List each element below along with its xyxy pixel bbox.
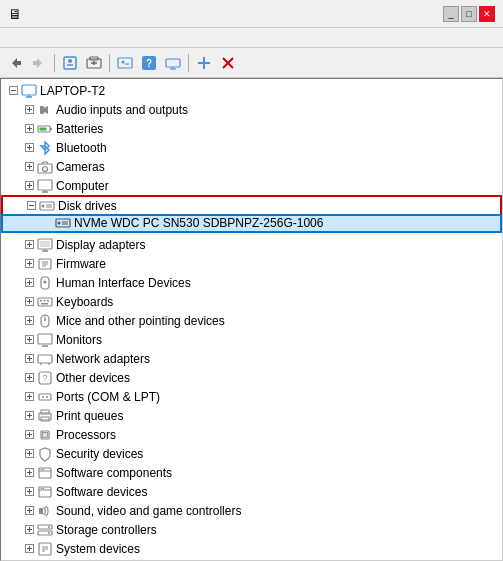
menu-action[interactable] — [20, 36, 36, 40]
tree-item-nvme[interactable]: NVMe WDC PC SN530 SDBPNPZ-256G-1006 — [1, 214, 502, 233]
scan-button[interactable] — [114, 52, 136, 74]
computer-small-icon — [37, 178, 53, 194]
tree-item-cameras[interactable]: Cameras — [1, 157, 502, 176]
expand-btn-processors[interactable] — [21, 427, 37, 443]
battery-icon — [37, 121, 53, 137]
expand-btn-audio[interactable] — [21, 102, 37, 118]
display-icon — [37, 237, 53, 253]
tree-label-storage: Storage controllers — [56, 523, 157, 537]
expand-btn-laptop-root[interactable] — [5, 83, 21, 99]
expand-btn-ports[interactable] — [21, 389, 37, 405]
tree-label-disk-drives: Disk drives — [58, 199, 117, 213]
svg-point-133 — [43, 468, 45, 470]
computer-icon — [21, 83, 37, 99]
svg-rect-99 — [38, 355, 52, 363]
menu-view[interactable] — [36, 36, 52, 40]
svg-rect-123 — [43, 432, 48, 437]
tree-item-monitors[interactable]: Monitors — [1, 330, 502, 349]
tree-item-software-components[interactable]: Software components — [1, 463, 502, 482]
menu-help[interactable] — [52, 36, 68, 40]
tree-item-hid[interactable]: Human Interface Devices — [1, 273, 502, 292]
tree-item-security[interactable]: Security devices — [1, 444, 502, 463]
expand-btn-security[interactable] — [21, 446, 37, 462]
svg-point-8 — [122, 60, 125, 63]
maximize-button[interactable]: □ — [461, 6, 477, 22]
menu-bar — [0, 28, 503, 48]
tree-item-ports[interactable]: Ports (COM & LPT) — [1, 387, 502, 406]
expand-btn-disk-drives[interactable] — [23, 198, 39, 214]
expand-btn-software-components[interactable] — [21, 465, 37, 481]
expand-btn-bluetooth[interactable] — [21, 140, 37, 156]
tree-item-disk-drives[interactable]: Disk drives — [1, 195, 502, 214]
minimize-button[interactable]: _ — [443, 6, 459, 22]
add-button[interactable] — [193, 52, 215, 74]
svg-point-55 — [58, 221, 61, 224]
svg-rect-16 — [203, 57, 205, 69]
expand-btn-sound[interactable] — [21, 503, 37, 519]
tree-item-print-queues[interactable]: Print queues — [1, 406, 502, 425]
tree-item-sound[interactable]: Sound, video and game controllers — [1, 501, 502, 520]
tree-label-hid: Human Interface Devices — [56, 276, 191, 290]
expand-btn-system[interactable] — [21, 541, 37, 557]
tree-item-laptop-root[interactable]: LAPTOP-T2 — [1, 81, 502, 100]
expand-btn-hid[interactable] — [21, 275, 37, 291]
bluetooth-icon — [37, 140, 53, 156]
expand-btn-monitors[interactable] — [21, 332, 37, 348]
tree-item-system[interactable]: System devices — [1, 539, 502, 558]
svg-rect-7 — [118, 58, 132, 68]
tree-label-other-devices: Other devices — [56, 371, 130, 385]
expand-btn-other-devices[interactable] — [21, 370, 37, 386]
tree-item-display-adapters[interactable]: Display adapters — [1, 235, 502, 254]
svg-point-140 — [43, 487, 45, 489]
properties-button[interactable] — [59, 52, 81, 74]
tree-item-keyboards[interactable]: Keyboards — [1, 292, 502, 311]
forward-icon — [31, 55, 47, 71]
svg-rect-45 — [38, 180, 52, 190]
tree-label-bluetooth: Bluetooth — [56, 141, 107, 155]
tree-label-security: Security devices — [56, 447, 143, 461]
expand-btn-storage[interactable] — [21, 522, 37, 538]
tree-item-storage[interactable]: Storage controllers — [1, 520, 502, 539]
update-driver-button[interactable] — [83, 52, 105, 74]
monitor-icon — [37, 332, 53, 348]
tree-item-computer[interactable]: Computer — [1, 176, 502, 195]
help-button[interactable]: ? — [138, 52, 160, 74]
tree-label-keyboards: Keyboards — [56, 295, 113, 309]
tree-item-batteries[interactable]: Batteries — [1, 119, 502, 138]
close-button[interactable]: ✕ — [479, 6, 495, 22]
uninstall-button[interactable] — [217, 52, 239, 74]
back-icon — [7, 55, 23, 71]
tree-item-other-devices[interactable]: ?Other devices — [1, 368, 502, 387]
expand-btn-mice[interactable] — [21, 313, 37, 329]
svg-text:?: ? — [42, 373, 47, 383]
tree-item-mice[interactable]: Mice and other pointing devices — [1, 311, 502, 330]
print-icon — [37, 408, 53, 424]
tree-item-software-devices[interactable]: Software devices — [1, 482, 502, 501]
expand-btn-computer[interactable] — [21, 178, 37, 194]
svg-rect-144 — [39, 508, 43, 514]
expand-btn-software-devices[interactable] — [21, 484, 37, 500]
tree-item-network[interactable]: Network adapters — [1, 349, 502, 368]
tree-item-audio[interactable]: Audio inputs and outputs — [1, 100, 502, 119]
system-icon — [37, 541, 53, 557]
expand-btn-cameras[interactable] — [21, 159, 37, 175]
expand-btn-firmware[interactable] — [21, 256, 37, 272]
toolbar-separator-1 — [54, 54, 55, 72]
help-icon: ? — [141, 55, 157, 71]
expand-btn-keyboards[interactable] — [21, 294, 37, 310]
back-button[interactable] — [4, 52, 26, 74]
network-icon-button[interactable] — [162, 52, 184, 74]
other-icon: ? — [37, 370, 53, 386]
tree-label-ports: Ports (COM & LPT) — [56, 390, 160, 404]
tree-label-software-components: Software components — [56, 466, 172, 480]
toolbar-separator-2 — [109, 54, 110, 72]
tree-item-firmware[interactable]: Firmware — [1, 254, 502, 273]
expand-btn-batteries[interactable] — [21, 121, 37, 137]
expand-btn-print-queues[interactable] — [21, 408, 37, 424]
menu-file[interactable] — [4, 36, 20, 40]
forward-button[interactable] — [28, 52, 50, 74]
tree-item-bluetooth[interactable]: Bluetooth — [1, 138, 502, 157]
expand-btn-network[interactable] — [21, 351, 37, 367]
expand-btn-display-adapters[interactable] — [21, 237, 37, 253]
tree-item-processors[interactable]: Processors — [1, 425, 502, 444]
